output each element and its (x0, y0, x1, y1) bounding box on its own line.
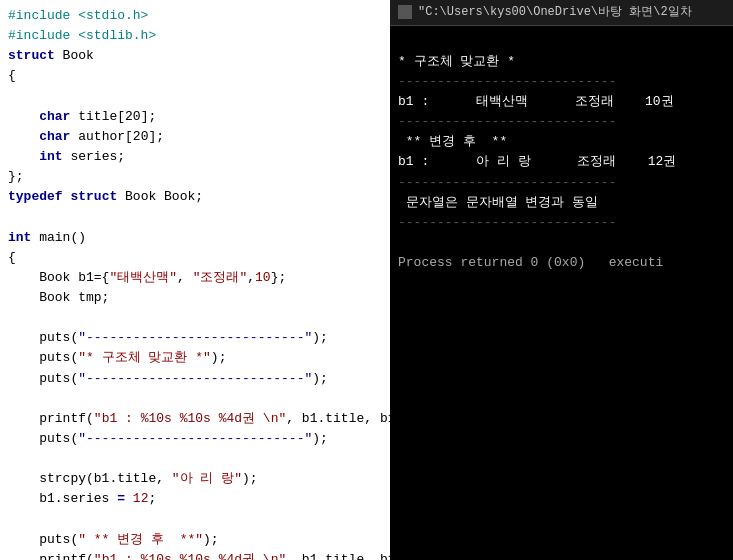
terminal-line: ---------------------------- (398, 112, 725, 132)
terminal-line (398, 32, 725, 52)
code-line: typedef struct Book Book; (8, 187, 382, 207)
terminal-line: b1 : 아 리 랑 조정래 12권 (398, 152, 725, 172)
terminal-process-line: Process returned 0 (0x0) executi (398, 253, 725, 273)
terminal-line: ---------------------------- (398, 72, 725, 92)
terminal-line: ---------------------------- (398, 213, 725, 233)
terminal-line (398, 233, 725, 253)
code-line: puts("----------------------------"); (8, 429, 382, 449)
terminal-line: ---------------------------- (398, 173, 725, 193)
code-line: int series; (8, 147, 382, 167)
code-line: printf("b1 : %10s %10s %4d권 \n", b1.titl… (8, 550, 382, 560)
terminal-title: "C:\Users\kys00\OneDrive\바탕 화면\2일차 (418, 3, 692, 22)
code-line: char title[20]; (8, 107, 382, 127)
code-line: int main() (8, 228, 382, 248)
code-line: strcpy(b1.title, "아 리 랑"); (8, 469, 382, 489)
code-line: { (8, 248, 382, 268)
code-line: printf("b1 : %10s %10s %4d권 \n", b1.titl… (8, 409, 382, 429)
terminal-window: "C:\Users\kys00\OneDrive\바탕 화면\2일차 * 구조체… (390, 0, 733, 560)
code-line: b1.series = 12; (8, 489, 382, 509)
code-line: #include <stdio.h> (8, 6, 382, 26)
code-line (8, 449, 382, 469)
code-line: char author[20]; (8, 127, 382, 147)
terminal-line: ** 변경 후 ** (398, 132, 725, 152)
code-line (8, 308, 382, 328)
terminal-line: * 구조체 맞교환 * (398, 52, 725, 72)
code-editor: #include <stdio.h> #include <stdlib.h> s… (0, 0, 390, 560)
terminal-titlebar: "C:\Users\kys00\OneDrive\바탕 화면\2일차 (390, 0, 733, 26)
terminal-line: b1 : 태백산맥 조정래 10권 (398, 92, 725, 112)
code-line: struct Book (8, 46, 382, 66)
code-line: }; (8, 167, 382, 187)
code-line (8, 87, 382, 107)
code-line (8, 389, 382, 409)
code-line: puts("----------------------------"); (8, 328, 382, 348)
code-line: { (8, 66, 382, 86)
code-line: puts("----------------------------"); (8, 369, 382, 389)
code-line: Book b1={"태백산맥", "조정래",10}; (8, 268, 382, 288)
code-line: puts(" ** 변경 후 **"); (8, 530, 382, 550)
code-line: puts("* 구조체 맞교환 *"); (8, 348, 382, 368)
code-line (8, 207, 382, 227)
code-line: #include <stdlib.h> (8, 26, 382, 46)
code-line (8, 510, 382, 530)
terminal-content: * 구조체 맞교환 * ----------------------------… (390, 26, 733, 280)
code-line: Book tmp; (8, 288, 382, 308)
terminal-line: 문자열은 문자배열 변경과 동일 (398, 193, 725, 213)
terminal-icon (398, 5, 412, 19)
